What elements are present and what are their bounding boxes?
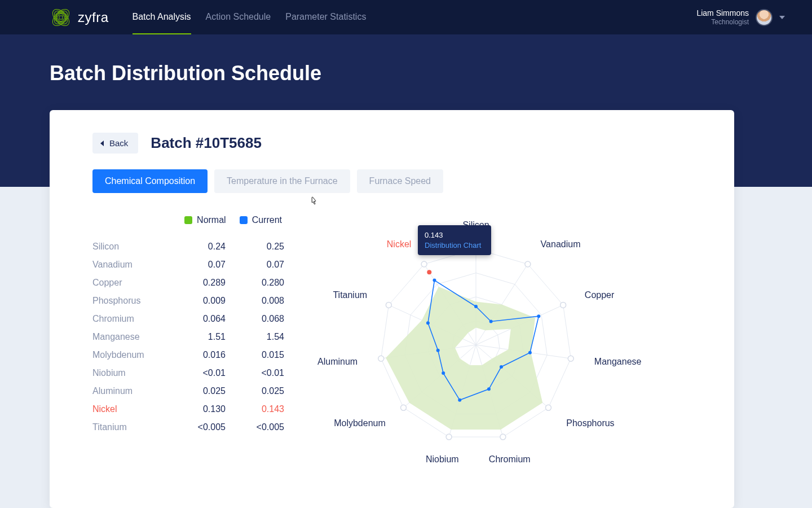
svg-text:Vanadium: Vanadium bbox=[541, 239, 581, 249]
svg-point-28 bbox=[378, 356, 384, 361]
element-label: Copper bbox=[92, 278, 167, 288]
table-row: Chromium0.0640.068 bbox=[92, 310, 284, 328]
value-normal: 0.009 bbox=[180, 296, 226, 306]
svg-point-32 bbox=[421, 261, 427, 267]
user-name: Liam Simmons bbox=[696, 8, 749, 18]
svg-point-14 bbox=[525, 261, 531, 267]
element-label: Nickel bbox=[92, 404, 167, 414]
svg-text:Manganese: Manganese bbox=[594, 357, 642, 366]
value-normal: <0.005 bbox=[180, 422, 226, 432]
svg-point-16 bbox=[561, 302, 566, 308]
svg-point-26 bbox=[401, 405, 407, 410]
tab-furnace-speed[interactable]: Furnace Speed bbox=[357, 169, 443, 193]
tooltip-link[interactable]: Distribution Chart bbox=[425, 240, 484, 251]
svg-text:Aluminum: Aluminum bbox=[317, 357, 358, 366]
svg-point-42 bbox=[436, 349, 440, 352]
svg-point-40 bbox=[458, 398, 461, 402]
avatar[interactable] bbox=[756, 9, 773, 26]
table-row: Phosphorus0.0090.008 bbox=[92, 292, 284, 310]
svg-point-37 bbox=[528, 351, 532, 354]
element-label: Titanium bbox=[92, 422, 167, 432]
svg-point-1 bbox=[52, 8, 69, 26]
brand-name: zyfra bbox=[78, 10, 109, 25]
swatch-normal-icon bbox=[184, 216, 192, 224]
value-current: 0.07 bbox=[239, 260, 284, 270]
nav-item-action-schedule[interactable]: Action Schedule bbox=[206, 0, 271, 34]
svg-text:Nickel: Nickel bbox=[387, 239, 412, 249]
svg-point-34 bbox=[474, 305, 478, 308]
table-row: Copper0.2890.280 bbox=[92, 274, 284, 292]
svg-point-39 bbox=[487, 387, 491, 391]
tooltip-value: 0.143 bbox=[425, 230, 484, 240]
table-row: Titanium<0.005<0.005 bbox=[92, 418, 284, 436]
value-normal: 0.289 bbox=[180, 278, 226, 288]
svg-text:Niobium: Niobium bbox=[426, 454, 459, 464]
back-button[interactable]: Back bbox=[92, 133, 138, 154]
value-normal: 1.51 bbox=[180, 332, 226, 342]
table-row: Niobium<0.01<0.01 bbox=[92, 364, 284, 382]
svg-point-36 bbox=[537, 314, 540, 318]
value-current: 0.015 bbox=[239, 350, 284, 360]
tab-temperature-in-the-furnace[interactable]: Temperature in the Furnace bbox=[214, 169, 350, 193]
logo-mark-icon bbox=[50, 6, 72, 29]
user-role: Technologist bbox=[696, 18, 749, 26]
table-row: Nickel0.1300.143 bbox=[92, 400, 284, 418]
table-row: Vanadium0.070.07 bbox=[92, 256, 284, 274]
element-label: Phosphorus bbox=[92, 296, 167, 306]
legend-current: Current bbox=[240, 215, 282, 225]
svg-point-18 bbox=[568, 356, 573, 361]
value-normal: 0.064 bbox=[180, 314, 226, 324]
value-current: 0.280 bbox=[239, 278, 284, 288]
value-normal: <0.01 bbox=[180, 368, 226, 378]
chart-tooltip: 0.143 Distribution Chart bbox=[418, 225, 491, 255]
topbar: zyfra Batch AnalysisAction ScheduleParam… bbox=[0, 0, 812, 34]
composition-table: Normal Current Silicon0.240.25Vanadium0.… bbox=[92, 207, 284, 436]
table-row: Silicon0.240.25 bbox=[92, 238, 284, 256]
svg-text:Chromium: Chromium bbox=[489, 454, 531, 464]
legend-normal: Normal bbox=[184, 215, 226, 225]
svg-point-22 bbox=[500, 434, 506, 440]
svg-point-44 bbox=[433, 279, 436, 282]
value-current: <0.01 bbox=[239, 368, 284, 378]
svg-point-3 bbox=[50, 6, 72, 29]
table-row: Manganese1.511.54 bbox=[92, 328, 284, 346]
tab-chemical-composition[interactable]: Chemical Composition bbox=[92, 169, 208, 193]
svg-point-30 bbox=[386, 302, 391, 308]
value-normal: 0.025 bbox=[180, 386, 226, 396]
element-label: Silicon bbox=[92, 242, 167, 252]
value-current: 0.25 bbox=[239, 242, 284, 252]
table-row: Aluminum0.0250.025 bbox=[92, 382, 284, 400]
svg-point-0 bbox=[50, 6, 72, 29]
svg-point-2 bbox=[55, 11, 68, 24]
batch-title: Batch #10T5685 bbox=[151, 134, 262, 152]
svg-text:Copper: Copper bbox=[585, 290, 615, 300]
detail-card: Back Batch #10T5685 Chemical Composition… bbox=[50, 110, 734, 508]
svg-point-38 bbox=[500, 365, 503, 369]
user-info: Liam Simmons Technologist bbox=[696, 8, 749, 26]
value-current: 0.025 bbox=[239, 386, 284, 396]
svg-point-5 bbox=[55, 11, 68, 24]
table-row: Molybdenum0.0160.015 bbox=[92, 346, 284, 364]
svg-point-43 bbox=[426, 321, 430, 325]
svg-text:Titanium: Titanium bbox=[333, 290, 367, 300]
nav-item-batch-analysis[interactable]: Batch Analysis bbox=[133, 0, 191, 34]
swatch-current-icon bbox=[240, 216, 248, 224]
svg-rect-6 bbox=[59, 16, 63, 19]
value-current: 0.143 bbox=[239, 404, 284, 414]
svg-text:Molybdenum: Molybdenum bbox=[334, 418, 386, 428]
element-label: Chromium bbox=[92, 314, 167, 324]
value-current: 0.008 bbox=[239, 296, 284, 306]
chevron-down-icon[interactable] bbox=[779, 16, 785, 19]
value-current: <0.005 bbox=[239, 422, 284, 432]
value-current: 0.068 bbox=[239, 314, 284, 324]
svg-point-35 bbox=[489, 320, 493, 323]
svg-point-4 bbox=[52, 8, 69, 26]
brand-logo[interactable]: zyfra bbox=[50, 6, 109, 29]
caret-left-icon bbox=[100, 141, 104, 146]
element-label: Aluminum bbox=[92, 386, 167, 396]
value-normal: 0.07 bbox=[180, 260, 226, 270]
radar-chart[interactable]: SiliconVanadiumCopperManganesePhosphorus… bbox=[295, 207, 700, 436]
svg-text:Phosphorus: Phosphorus bbox=[566, 418, 614, 428]
nav-item-parameter-statistics[interactable]: Parameter Statistics bbox=[285, 0, 366, 34]
value-normal: 0.016 bbox=[180, 350, 226, 360]
